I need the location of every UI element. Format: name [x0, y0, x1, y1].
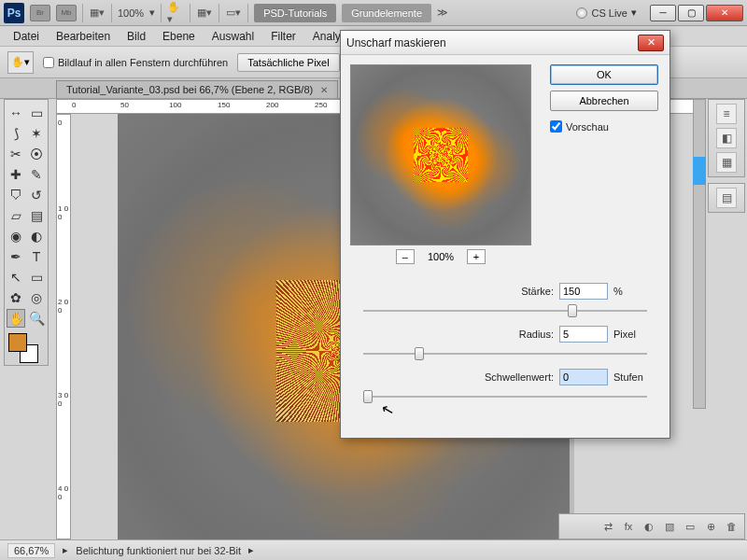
new-layer-icon[interactable]: ⊕ [703, 519, 718, 534]
styles-rail-icon[interactable]: ▤ [716, 188, 737, 208]
window-maximize-button[interactable]: ▢ [678, 5, 704, 21]
menu-bearbeiten[interactable]: Bearbeiten [49, 28, 118, 45]
color-swatches[interactable] [7, 331, 46, 361]
window-minimize-button[interactable]: ─ [650, 5, 676, 21]
pen-tool[interactable]: ✒ [7, 247, 25, 266]
radius-slider[interactable] [363, 344, 647, 363]
group-icon[interactable]: ▭ [683, 519, 698, 534]
threshold-label: Schwellenwert: [470, 371, 554, 383]
eyedropper-tool[interactable]: ⦿ [27, 145, 46, 163]
workspace-tab-grundelemente[interactable]: Grundelemente [342, 4, 431, 22]
status-message: Belichtung funktioniert nur bei 32-Bit [76, 545, 241, 556]
gradient-tool[interactable]: ▤ [27, 206, 46, 225]
right-panel-rail: ≡ ◧ ▦ ▤ [708, 99, 745, 213]
options-hand-icon[interactable]: ✋▾ [7, 51, 34, 74]
preview-checkbox[interactable]: Vorschau [550, 120, 658, 133]
menu-datei[interactable]: Datei [6, 28, 47, 45]
mask-icon[interactable]: ◐ [641, 519, 656, 534]
app-header: Ps Br Mb ▦▾ 100%▾ ✋▾ ▦▾ ▭▾ PSD-Tutorials… [0, 0, 747, 26]
menu-filter[interactable]: Filter [263, 28, 303, 45]
bridge-button[interactable]: Br [30, 5, 50, 21]
minibridge-button[interactable]: Mb [56, 5, 77, 21]
color-rail-icon[interactable]: ◧ [716, 128, 737, 148]
wand-tool[interactable]: ✶ [27, 124, 46, 143]
dialog-title: Unscharf maskieren [346, 36, 446, 49]
blur-tool[interactable]: ◉ [7, 227, 25, 245]
type-tool[interactable]: T [27, 247, 46, 266]
close-tab-icon[interactable]: ✕ [320, 85, 328, 95]
path-select-tool[interactable]: ↖ [7, 268, 25, 287]
view-extras-icon[interactable]: ▦▾ [89, 5, 106, 21]
shape-tool[interactable]: ▭ [27, 268, 46, 287]
layers-rail-icon[interactable]: ≡ [716, 104, 737, 124]
hand-tool[interactable]: ✋ [7, 309, 25, 328]
threshold-input[interactable] [559, 369, 608, 385]
dodge-tool[interactable]: ◐ [27, 227, 46, 245]
cancel-button[interactable]: Abbrechen [550, 91, 658, 111]
app-logo: Ps [4, 3, 24, 23]
zoom-in-button[interactable]: + [467, 249, 486, 264]
radius-input[interactable] [559, 326, 608, 343]
strength-slider[interactable] [363, 301, 647, 320]
move-tool[interactable]: ↔ [7, 104, 25, 122]
ok-button[interactable]: OK [550, 64, 658, 85]
menu-auswahl[interactable]: Auswahl [204, 28, 261, 45]
menu-bild[interactable]: Bild [120, 28, 153, 45]
arrange-docs-icon[interactable]: ▦▾ [196, 5, 213, 21]
screen-mode-icon[interactable]: ▭▾ [225, 5, 242, 21]
layer-panel-footer: ⇄ fx ◐ ▧ ▭ ⊕ 🗑 [558, 513, 745, 539]
lasso-tool[interactable]: ⟆ [7, 124, 25, 143]
dialog-close-button[interactable]: ✕ [638, 35, 664, 51]
unsharp-mask-dialog: Unscharf maskieren ✕ – 100% + OK Abbrech… [340, 30, 670, 439]
dialog-titlebar[interactable]: Unscharf maskieren ✕ [341, 31, 669, 55]
stamp-tool[interactable]: ⛉ [7, 186, 25, 204]
crop-tool[interactable]: ✂ [7, 145, 25, 163]
eraser-tool[interactable]: ▱ [7, 206, 25, 225]
active-layer-strip[interactable] [693, 157, 706, 185]
zoom-readout[interactable]: 100% [118, 7, 144, 19]
heal-tool[interactable]: ✚ [7, 165, 25, 184]
zoom-tool[interactable]: 🔍 [27, 309, 46, 328]
marquee-tool[interactable]: ▭ [27, 104, 46, 122]
radius-label: Radius: [470, 329, 554, 340]
ruler-vertical: 01 0 02 0 03 0 04 0 0 [56, 114, 71, 539]
dialog-zoom-pct: 100% [428, 251, 454, 262]
brush-tool[interactable]: ✎ [27, 165, 46, 184]
hand-header-icon[interactable]: ✋▾ [167, 5, 184, 21]
3d-tool[interactable]: ✿ [7, 288, 25, 307]
foreground-color-swatch[interactable] [8, 333, 27, 352]
scroll-all-windows-checkbox[interactable]: Bildlauf in allen Fenstern durchführen [43, 57, 228, 68]
status-bar: 66,67% ▸ Belichtung funktioniert nur bei… [0, 539, 747, 560]
threshold-slider[interactable] [363, 387, 647, 406]
workspace-tab-tutorials[interactable]: PSD-Tutorials [254, 4, 336, 22]
trash-icon[interactable]: 🗑 [724, 519, 739, 534]
cslive-button[interactable]: CS Live▾ [576, 7, 637, 19]
3d-camera-tool[interactable]: ◎ [27, 288, 46, 307]
document-tab[interactable]: Tutorial_Variante_03.psd bei 66,7% (Eben… [56, 80, 338, 98]
strength-input[interactable] [559, 283, 608, 300]
workspace-more-icon[interactable]: ≫ [437, 7, 448, 19]
history-brush-tool[interactable]: ↺ [27, 186, 46, 204]
toolbox: ↔▭ ⟆✶ ✂⦿ ✚✎ ⛉↺ ▱▤ ◉◐ ✒T ↖▭ ✿◎ ✋🔍 [4, 99, 49, 366]
status-zoom[interactable]: 66,67% [7, 543, 55, 558]
menu-ebene[interactable]: Ebene [155, 28, 203, 45]
adjustment-icon[interactable]: ▧ [662, 519, 677, 534]
panel-strip[interactable] [693, 99, 706, 409]
window-close-button[interactable]: ✕ [706, 5, 743, 21]
swatches-rail-icon[interactable]: ▦ [716, 152, 737, 173]
actual-pixels-button[interactable]: Tatsächliche Pixel [237, 53, 339, 72]
strength-label: Stärke: [470, 286, 554, 297]
fx-icon[interactable]: fx [621, 519, 636, 534]
link-layers-icon[interactable]: ⇄ [600, 519, 615, 534]
dialog-preview[interactable] [350, 64, 531, 245]
zoom-out-button[interactable]: – [396, 249, 415, 264]
